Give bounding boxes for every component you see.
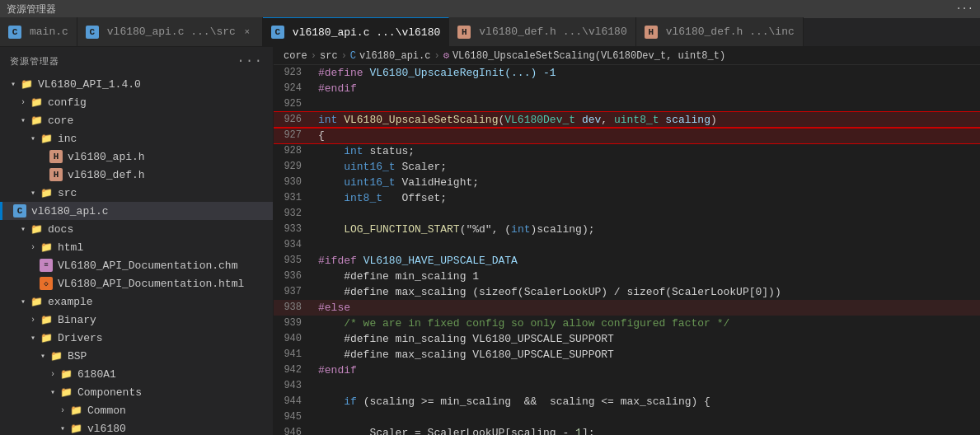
tab-icon-main-c: C	[8, 26, 21, 39]
code-line-925: 925	[274, 96, 980, 112]
line-num-930: 930	[274, 175, 315, 190]
code-line-941: 941 #define max_scaling VL6180_UPSCALE_S…	[274, 347, 980, 362]
code-line-942: 942#endif	[274, 362, 980, 378]
tree-item-core[interactable]: 📁core	[0, 111, 273, 129]
tree-item-common[interactable]: 📁Common	[0, 401, 273, 419]
tab-close-vl6180-api-src[interactable]: ×	[241, 26, 254, 39]
line-num-940: 940	[274, 331, 315, 347]
tab-vl6180-api-vl6180[interactable]: Cvl6180_api.c ...\vl6180	[263, 17, 449, 46]
code-line-944: 944 if (scaling >= min_scaling && scalin…	[274, 394, 980, 409]
tree-item-root[interactable]: 📁VL6180_API_1.4.0	[0, 75, 273, 93]
tree-item-components[interactable]: 📁Components	[0, 383, 273, 401]
line-content-928: int status;	[315, 143, 980, 159]
code-line-945: 945	[274, 409, 980, 425]
tree-label-6180a1: 6180A1	[77, 368, 116, 381]
line-content-943	[315, 378, 980, 394]
tab-vl6180-api-src[interactable]: Cvl6180_api.c ...\src×	[77, 17, 263, 46]
tree-item-6180a1[interactable]: 📁6180A1	[0, 365, 273, 383]
tree-item-config[interactable]: 📁config	[0, 93, 273, 111]
breadcrumb-c-icon: C	[350, 50, 356, 62]
tree-label-root: VL6180_API_1.4.0	[38, 78, 141, 91]
line-num-941: 941	[274, 347, 315, 362]
line-content-925	[315, 96, 980, 112]
breadcrumb-func: VL6180_UpscaleSetScaling(VL6180Dev_t, ui…	[452, 50, 725, 62]
active-indicator	[0, 202, 2, 220]
tree-item-drivers[interactable]: 📁Drivers	[0, 329, 273, 347]
tree-item-inc[interactable]: 📁inc	[0, 129, 273, 147]
folder-icon-root: 📁	[20, 77, 33, 91]
line-num-944: 944	[274, 394, 315, 409]
folder-icon-common: 📁	[69, 404, 82, 417]
breadcrumb-sep-1: ›	[311, 50, 317, 62]
code-line-923: 923#define VL6180_UpscaleRegInit(...) -1	[274, 65, 980, 81]
tree-label-config: config	[48, 96, 87, 109]
tab-icon-vl6180-def-h-inc: H	[645, 26, 658, 39]
tree-label-common: Common	[87, 405, 126, 417]
arrow-6180a1	[46, 367, 59, 381]
line-content-938: #else	[315, 300, 980, 316]
title-bar-dots[interactable]: ···	[955, 3, 973, 15]
code-area[interactable]: 923#define VL6180_UpscaleRegInit(...) -1…	[274, 65, 980, 435]
sidebar-dots[interactable]: ···	[237, 54, 263, 68]
empty-arrow-vl6180_doc_chm	[26, 259, 40, 272]
editor-panel: core › src › C vl6180_api.c › ⚙ VL6180_U…	[274, 47, 980, 435]
line-num-927: 927	[274, 128, 315, 143]
line-num-924: 924	[274, 81, 315, 96]
folder-icon-docs: 📁	[30, 222, 43, 236]
code-line-927: 927{	[274, 128, 980, 143]
arrow-binary	[26, 313, 40, 326]
tab-label-vl6180-api-src: vl6180_api.c ...\src	[107, 26, 236, 38]
tree-item-vl6180_def_h[interactable]: Hvl6180_def.h	[0, 166, 273, 184]
sidebar-title-label: 资源管理器	[10, 55, 59, 68]
line-num-942: 942	[274, 362, 315, 378]
folder-icon-vl6180: 📁	[69, 422, 82, 435]
code-line-939: 939 /* we are in fixed config so only al…	[274, 316, 980, 331]
tree-item-vl6180_doc_html[interactable]: ◇VL6180_API_Documentation.html	[0, 274, 273, 292]
folder-icon-example: 📁	[30, 295, 43, 308]
tab-main-c[interactable]: Cmain.c	[0, 17, 77, 46]
title-bar: 资源管理器 ···	[0, 0, 980, 18]
line-content-933: LOG_FUNCTION_START("%d", (int)scaling);	[315, 222, 980, 237]
tree-item-binary[interactable]: 📁Binary	[0, 311, 273, 329]
file-icon-vl6180_api_c: C	[13, 204, 26, 218]
line-num-925: 925	[274, 96, 315, 112]
tree-label-components: Components	[77, 386, 142, 399]
tree-item-src[interactable]: 📁src	[0, 184, 273, 202]
arrow-root	[7, 77, 20, 91]
tree-item-vl6180_doc_chm[interactable]: ≡VL6180_API_Documentation.chm	[0, 256, 273, 274]
code-line-943: 943	[274, 378, 980, 394]
tree-item-vl6180[interactable]: 📁vl6180	[0, 419, 273, 435]
title-bar-label: 资源管理器	[7, 2, 56, 16]
folder-icon-6180a1: 📁	[59, 367, 73, 381]
line-content-926: int VL6180_UpscaleSetScaling(VL6180Dev_t…	[315, 112, 980, 128]
code-line-934: 934	[274, 237, 980, 253]
line-num-937: 937	[274, 284, 315, 300]
tree-item-example[interactable]: 📁example	[0, 292, 273, 311]
line-num-938: 938	[274, 300, 315, 316]
tree-item-html[interactable]: 📁html	[0, 238, 273, 256]
tree-label-binary: Binary	[58, 314, 96, 326]
line-num-934: 934	[274, 237, 315, 253]
line-num-929: 929	[274, 159, 315, 175]
tree-item-vl6180_api_h[interactable]: Hvl6180_api.h	[0, 147, 273, 166]
line-content-942: #endif	[315, 362, 980, 378]
tab-vl6180-def-h-inc[interactable]: Hvl6180_def.h ...\inc	[636, 17, 804, 46]
line-content-931: int8_t Offset;	[315, 190, 980, 206]
tab-label-main-c: main.c	[30, 26, 68, 38]
line-num-936: 936	[274, 269, 315, 284]
tree-label-vl6180_doc_html: VL6180_API_Documentation.html	[58, 278, 244, 290]
file-icon-vl6180_def_h: H	[49, 168, 63, 181]
line-content-946: Scaler = ScalerLookUP[scaling - 1];	[315, 425, 980, 435]
tree-label-vl6180: vl6180	[87, 423, 126, 435]
breadcrumb-sep-3: ›	[434, 50, 439, 62]
tree-item-docs[interactable]: 📁docs	[0, 220, 273, 238]
tree-item-bsp[interactable]: 📁BSP	[0, 347, 273, 365]
code-line-946: 946 Scaler = ScalerLookUP[scaling - 1];	[274, 425, 980, 435]
arrow-common	[56, 404, 69, 417]
arrow-docs	[16, 222, 30, 236]
line-num-945: 945	[274, 409, 315, 425]
file-icon-vl6180_doc_chm: ≡	[40, 259, 53, 272]
tree-label-vl6180_api_h: vl6180_api.h	[68, 151, 145, 163]
tree-item-vl6180_api_c[interactable]: Cvl6180_api.c	[0, 202, 273, 220]
tab-vl6180-def-h-vl6180[interactable]: Hvl6180_def.h ...\vl6180	[449, 17, 635, 46]
